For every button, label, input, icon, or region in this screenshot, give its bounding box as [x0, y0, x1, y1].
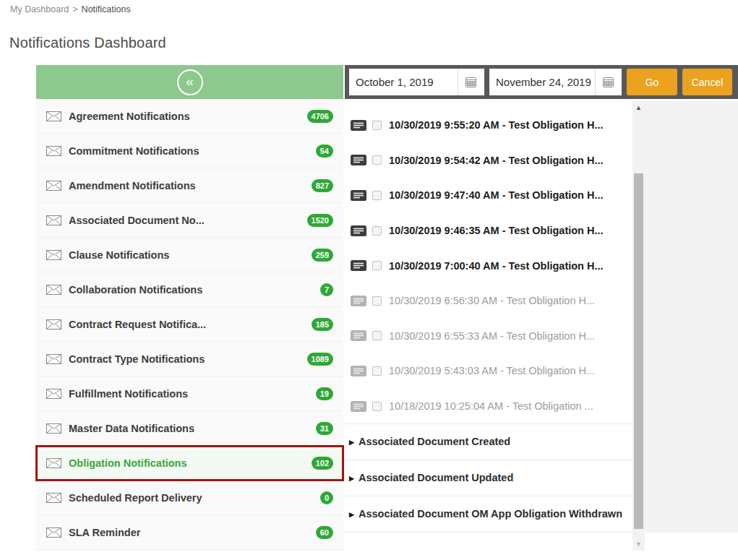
scroll-up-icon[interactable]: ▲ [632, 103, 645, 113]
notification-item-label: 10/18/2019 10:25:04 AM - Test Obligation… [389, 400, 593, 412]
notification-item-label: 10/30/2019 9:55:20 AM - Test Obligation … [389, 119, 604, 131]
date-filter-toolbar: Go Cancel [345, 65, 738, 99]
from-date-group [349, 69, 484, 95]
envelope-icon [46, 111, 61, 121]
sidebar-item-label: Clause Notifications [69, 249, 306, 261]
group-label: Associated Document Updated [359, 472, 513, 483]
breadcrumb-separator: > [72, 4, 77, 14]
calendar-icon[interactable] [458, 69, 484, 95]
cancel-button[interactable]: Cancel [682, 69, 732, 95]
envelope-icon [46, 354, 61, 364]
sidebar-item[interactable]: SLA Reminder 60 [36, 515, 343, 550]
sidebar-header: « [36, 65, 343, 99]
envelope-icon [46, 285, 61, 295]
envelope-icon [46, 146, 61, 156]
checkbox[interactable] [372, 226, 382, 236]
notification-item[interactable]: 10/30/2019 5:43:03 AM - Test Obligation … [345, 353, 632, 389]
envelope-icon [46, 319, 61, 329]
unread-count-badge: 4706 [307, 110, 333, 123]
notification-item[interactable]: 10/30/2019 6:55:33 AM - Test Obligation … [345, 319, 632, 354]
notification-item[interactable]: 10/30/2019 9:46:35 AM - Test Obligation … [345, 213, 632, 249]
envelope-icon [46, 527, 61, 538]
notification-item[interactable]: 10/18/2019 10:25:04 AM - Test Obligation… [345, 389, 632, 424]
message-icon [351, 190, 366, 201]
unread-count-badge: 54 [316, 145, 333, 158]
notification-item-label: 10/30/2019 9:46:35 AM - Test Obligation … [389, 225, 604, 236]
sidebar-item-label: Master Data Notifications [69, 423, 310, 434]
scroll-down-icon[interactable]: ▼ [632, 539, 645, 549]
vertical-scrollbar[interactable]: ▲ ▼ [632, 101, 645, 551]
expand-triangle-icon: ▶ [349, 511, 354, 518]
breadcrumb-my-dashboard[interactable]: My Dashboard [10, 4, 69, 14]
message-icon [351, 225, 366, 236]
sidebar-item-label: SLA Reminder [69, 527, 310, 538]
checkbox[interactable] [372, 191, 382, 200]
notification-item[interactable]: 10/30/2019 9:55:20 AM - Test Obligation … [345, 108, 632, 143]
sidebar-item-label: Amendment Notifications [69, 180, 306, 191]
unread-count-badge: 60 [316, 526, 333, 539]
notification-item-label: 10/30/2019 9:54:42 AM - Test Obligation … [389, 155, 604, 166]
notification-item[interactable]: 10/30/2019 6:56:30 AM - Test Obligation … [345, 283, 632, 319]
notification-group-header[interactable]: ▶Associated Document OM App Obligation W… [345, 496, 632, 533]
sidebar-item[interactable]: Agreement Notifications 4706 [36, 99, 343, 134]
unread-count-badge: 259 [312, 249, 333, 262]
sidebar-item-label: Collaboration Notifications [69, 284, 314, 296]
unread-count-badge: 7 [320, 283, 333, 296]
message-icon [351, 330, 366, 341]
notification-categories-panel: « Agreement Notifications 4706 [36, 65, 343, 551]
envelope-icon [46, 458, 61, 468]
notification-item[interactable]: 10/30/2019 9:54:42 AM - Test Obligation … [345, 143, 632, 178]
sidebar-item[interactable]: Contract Request Notifica... 185 [36, 307, 343, 342]
notification-item[interactable]: 10/30/2019 9:47:40 AM - Test Obligation … [345, 178, 632, 213]
sidebar-item[interactable]: Amendment Notifications 827 [36, 168, 343, 203]
checkbox[interactable] [372, 261, 382, 270]
sidebar-item-label: Fulfillment Notifications [69, 388, 310, 400]
sidebar-item[interactable]: Contract Type Notifications 1089 [36, 342, 343, 376]
notification-items: 10/30/2019 9:55:20 AM - Test Obligation … [345, 108, 632, 423]
group-label: Associated Document OM App Obligation Wi… [359, 508, 622, 520]
to-date-input[interactable] [489, 69, 595, 95]
unread-count-badge: 827 [312, 179, 333, 192]
notification-group-header[interactable]: ▶Associated Document Updated [345, 460, 632, 496]
go-button[interactable]: Go [627, 69, 677, 95]
from-date-input[interactable] [349, 69, 458, 95]
message-icon [351, 155, 366, 165]
sidebar-item[interactable]: Scheduled Report Delivery 0 [36, 481, 343, 515]
sidebar-item[interactable]: Fulfillment Notifications 19 [36, 376, 343, 411]
empty-widget-area [645, 101, 738, 533]
checkbox[interactable] [372, 121, 382, 130]
expand-triangle-icon: ▶ [349, 475, 354, 482]
expand-triangle-icon: ▶ [349, 439, 354, 446]
sidebar-item[interactable]: Obligation Notifications 102 [36, 446, 343, 481]
message-icon [351, 260, 366, 271]
calendar-icon[interactable] [595, 69, 621, 95]
checkbox[interactable] [372, 155, 382, 165]
checkbox[interactable] [372, 366, 382, 376]
notification-item[interactable]: 10/30/2019 7:00:40 AM - Test Obligation … [345, 248, 632, 283]
message-icon [351, 296, 366, 306]
message-icon [351, 120, 366, 131]
notifications-list: 10/30/2019 9:55:20 AM - Test Obligation … [345, 99, 632, 551]
scrollbar-thumb[interactable] [634, 173, 643, 529]
checkbox[interactable] [372, 402, 382, 411]
unread-count-badge: 1520 [307, 214, 333, 227]
message-icon [351, 366, 366, 376]
sidebar-item[interactable]: Master Data Notifications 31 [36, 411, 343, 446]
notification-item-label: 10/30/2019 6:56:30 AM - Test Obligation … [389, 295, 595, 306]
checkbox[interactable] [372, 331, 382, 340]
sidebar-items: Agreement Notifications 4706 Commitment … [36, 99, 343, 550]
unread-count-badge: 185 [312, 318, 333, 331]
sidebar-item[interactable]: Associated Document No... 1520 [36, 203, 343, 238]
unread-count-badge: 0 [320, 491, 333, 504]
sidebar-item[interactable]: Commitment Notifications 54 [36, 134, 343, 168]
sidebar-item-label: Agreement Notifications [69, 111, 301, 122]
breadcrumb: My Dashboard>Notifications [10, 4, 131, 14]
sidebar-item[interactable]: Collaboration Notifications 7 [36, 272, 343, 307]
notification-group-header[interactable]: ▶Associated Document Created [345, 423, 632, 460]
checkbox[interactable] [372, 296, 382, 306]
sidebar-item-label: Obligation Notifications [69, 457, 306, 469]
sidebar-item[interactable]: Clause Notifications 259 [36, 238, 343, 272]
notification-item-label: 10/30/2019 6:55:33 AM - Test Obligation … [389, 330, 595, 342]
page-title: Notifications Dashboard [9, 35, 166, 51]
collapse-panel-icon[interactable]: « [177, 69, 203, 95]
